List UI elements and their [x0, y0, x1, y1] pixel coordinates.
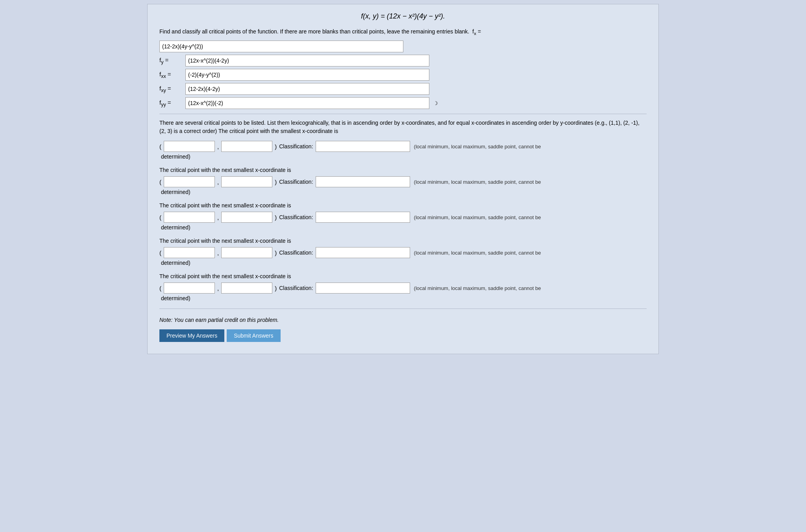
- coord1-x-input-1[interactable]: [164, 141, 215, 152]
- close-paren-4: ): [275, 249, 277, 256]
- classification-input-3[interactable]: [316, 212, 410, 223]
- preview-button[interactable]: Preview My Answers: [159, 329, 224, 342]
- close-paren-3: ): [275, 214, 277, 221]
- open-paren-2: (: [159, 179, 161, 185]
- critical-instruction-text: There are several critical points to be …: [159, 120, 640, 134]
- fy-row: fy =: [159, 55, 647, 66]
- open-paren-3: (: [159, 214, 161, 221]
- coord4-x-input[interactable]: [164, 247, 215, 258]
- comma-5: ,: [217, 285, 219, 292]
- hint-1: (local minimum, local maximum, saddle po…: [414, 144, 541, 150]
- critical-label-3: The critical point with the next smalles…: [159, 202, 647, 209]
- critical-label-4: The critical point with the next smalles…: [159, 238, 647, 244]
- fx-input[interactable]: [159, 41, 403, 52]
- fxx-row: fxx =: [159, 69, 647, 81]
- classification-label-4: Classification:: [279, 249, 313, 256]
- hint-5: (local minimum, local maximum, saddle po…: [414, 285, 541, 291]
- coord4-y-input[interactable]: [221, 247, 272, 258]
- coord5-x-input[interactable]: [164, 283, 215, 294]
- classification-label-2: Classification:: [279, 179, 313, 185]
- comma-1: ,: [217, 143, 219, 150]
- critical-point-2-row: ( , ) Classification: (local minimum, lo…: [159, 176, 647, 187]
- fyy-label: fyy =: [159, 99, 183, 107]
- critical-point-3-row: ( , ) Classification: (local minimum, lo…: [159, 212, 647, 223]
- coord3-x-input[interactable]: [164, 212, 215, 223]
- page-container: f(x, y) = (12x − x²)(4y − y²). Find and …: [147, 4, 659, 354]
- critical-point-4: The critical point with the next smalles…: [159, 238, 647, 266]
- function-title: f(x, y) = (12x − x²)(4y − y²).: [159, 12, 647, 20]
- comma-4: ,: [217, 249, 219, 256]
- comma-3: ,: [217, 214, 219, 221]
- fy-input[interactable]: [185, 55, 429, 66]
- classification-label-5: Classification:: [279, 285, 313, 291]
- hint-2: (local minimum, local maximum, saddle po…: [414, 179, 541, 185]
- fxy-input[interactable]: [185, 83, 429, 95]
- fyy-input[interactable]: [185, 97, 429, 109]
- critical-point-4-row: ( , ) Classification: (local minimum, lo…: [159, 247, 647, 258]
- hint-4: (local minimum, local maximum, saddle po…: [414, 250, 541, 256]
- function-expression: f(x, y) = (12x − x²)(4y − y²).: [361, 12, 445, 20]
- classification-label-1: Classification:: [279, 143, 313, 150]
- fxy-row: fxy =: [159, 83, 647, 95]
- close-paren-5: ): [275, 285, 277, 292]
- critical-points-instruction: There are several critical points to be …: [159, 119, 647, 135]
- instructions-label: Find and classify all critical points of…: [159, 28, 470, 35]
- coord2-y-input[interactable]: [221, 176, 272, 187]
- fx-row: [159, 41, 647, 52]
- classification-input-1[interactable]: [316, 141, 410, 152]
- fy-label: fy =: [159, 57, 183, 65]
- coord5-y-input[interactable]: [221, 283, 272, 294]
- note-text: Note: You can earn partial credit on thi…: [159, 317, 279, 323]
- fxx-input[interactable]: [185, 69, 429, 81]
- determined-2: determined): [161, 189, 647, 195]
- critical-point-5-row: ( , ) Classification: (local minimum, lo…: [159, 283, 647, 294]
- button-row: Preview My Answers Submit Answers: [159, 329, 647, 342]
- critical-label-2: The critical point with the next smalles…: [159, 167, 647, 173]
- fxy-label: fxy =: [159, 85, 183, 93]
- critical-point-1-row: ( , ) Classification: (local minimum, lo…: [159, 141, 647, 152]
- critical-point-3: The critical point with the next smalles…: [159, 202, 647, 231]
- classification-label-3: Classification:: [279, 214, 313, 220]
- classification-input-5[interactable]: [316, 283, 410, 294]
- coord1-y-input-1[interactable]: [221, 141, 272, 152]
- critical-label-5: The critical point with the next smalles…: [159, 273, 647, 279]
- critical-point-1: ( , ) Classification: (local minimum, lo…: [159, 141, 647, 160]
- critical-point-2: The critical point with the next smalles…: [159, 167, 647, 195]
- critical-point-5: The critical point with the next smalles…: [159, 273, 647, 301]
- submit-button[interactable]: Submit Answers: [227, 329, 280, 342]
- hint-3: (local minimum, local maximum, saddle po…: [414, 214, 541, 220]
- close-paren-2: ): [275, 179, 277, 185]
- classification-input-2[interactable]: [316, 176, 410, 187]
- fyy-row: fyy = ☽: [159, 97, 647, 109]
- determined-4: determined): [161, 260, 647, 266]
- comma-2: ,: [217, 179, 219, 185]
- note-section: Note: You can earn partial credit on thi…: [159, 317, 647, 323]
- determined-5: determined): [161, 295, 647, 301]
- classification-input-4[interactable]: [316, 247, 410, 258]
- open-paren-5: (: [159, 285, 161, 292]
- coord2-x-input[interactable]: [164, 176, 215, 187]
- fyy-note: ☽: [433, 100, 438, 106]
- determined-3: determined): [161, 224, 647, 231]
- open-paren-1: (: [159, 143, 161, 150]
- fxx-label: fxx =: [159, 71, 183, 79]
- coord3-y-input[interactable]: [221, 212, 272, 223]
- determined-1: determined): [161, 153, 647, 160]
- close-paren-1: ): [275, 143, 277, 150]
- open-paren-4: (: [159, 249, 161, 256]
- instructions-text: Find and classify all critical points of…: [159, 28, 647, 37]
